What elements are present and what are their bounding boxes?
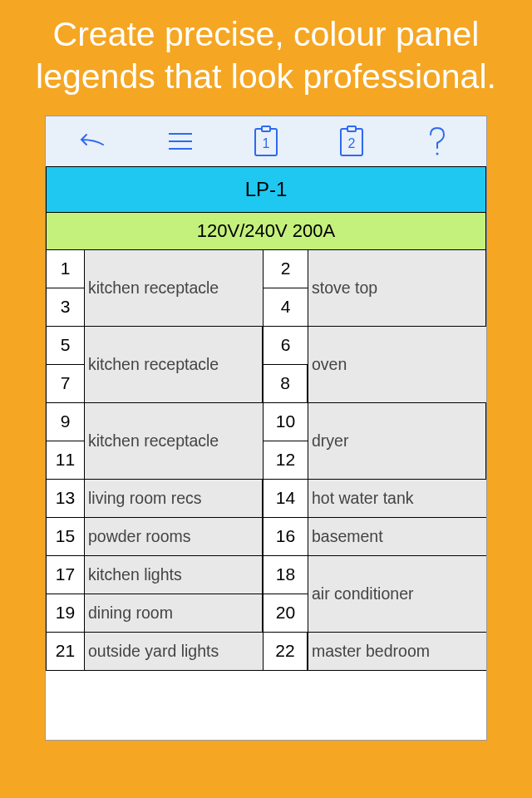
help-button[interactable]	[412, 121, 462, 161]
template-1-button[interactable]: 1	[241, 121, 291, 161]
circuit-number[interactable]: 13	[46, 480, 84, 518]
circuit-label[interactable]: dining room	[84, 594, 263, 633]
app-frame: 1 2 LP-1 120V/240V 200A 1kitchen recepta…	[45, 116, 487, 741]
circuit-label[interactable]: master bedroom	[308, 633, 486, 671]
circuit-number[interactable]: 20	[263, 594, 308, 633]
back-icon	[80, 130, 110, 153]
clipboard-2-icon: 2	[339, 126, 364, 157]
circuit-number[interactable]: 15	[46, 518, 84, 556]
circuit-label[interactable]: kitchen receptacle	[84, 327, 263, 403]
svg-rect-7	[347, 126, 356, 131]
panel-title[interactable]: LP-1	[46, 166, 486, 213]
help-icon	[427, 126, 447, 156]
circuit-number[interactable]: 5	[46, 327, 84, 365]
circuit-label[interactable]: kitchen receptacle	[84, 250, 263, 327]
circuit-number[interactable]: 12	[263, 441, 308, 480]
circuit-number[interactable]: 14	[263, 480, 308, 518]
panel-spec[interactable]: 120V/240V 200A	[46, 213, 486, 250]
circuit-number[interactable]: 10	[263, 403, 308, 441]
circuit-label[interactable]: powder rooms	[84, 518, 263, 556]
circuit-label[interactable]: living room recs	[84, 480, 263, 518]
menu-icon	[167, 131, 194, 152]
svg-rect-4	[262, 126, 270, 131]
circuit-number[interactable]: 21	[46, 633, 84, 671]
svg-point-9	[436, 152, 438, 155]
back-button[interactable]	[70, 121, 120, 161]
circuit-number[interactable]: 7	[46, 365, 84, 403]
circuit-number[interactable]: 4	[263, 288, 308, 327]
circuit-number[interactable]: 6	[263, 327, 308, 365]
circuit-label[interactable]: oven	[308, 327, 486, 403]
circuit-number[interactable]: 3	[46, 288, 84, 327]
template-2-button[interactable]: 2	[327, 121, 377, 161]
menu-button[interactable]	[155, 121, 205, 161]
circuit-label[interactable]: hot water tank	[308, 480, 486, 518]
circuit-number[interactable]: 2	[263, 250, 308, 288]
circuit-label[interactable]: dryer	[308, 403, 486, 480]
circuit-number[interactable]: 1	[46, 250, 84, 288]
circuit-number[interactable]: 19	[46, 594, 84, 633]
circuit-label[interactable]: stove top	[308, 250, 486, 327]
circuit-number[interactable]: 22	[263, 633, 308, 671]
hero-text: Create precise, colour panel legends tha…	[0, 0, 532, 116]
circuit-label[interactable]: kitchen lights	[84, 556, 263, 594]
circuit-number[interactable]: 8	[263, 365, 308, 403]
circuit-number[interactable]: 16	[263, 518, 308, 556]
circuit-number[interactable]: 17	[46, 556, 84, 594]
circuit-label[interactable]: kitchen receptacle	[84, 403, 263, 480]
circuit-number[interactable]: 9	[46, 403, 84, 441]
circuit-number[interactable]: 18	[263, 556, 308, 594]
svg-text:2: 2	[347, 136, 355, 150]
circuit-number[interactable]: 11	[46, 441, 84, 480]
circuit-label[interactable]: basement	[308, 518, 486, 556]
svg-text:1: 1	[263, 136, 270, 150]
circuit-label[interactable]: outside yard lights	[84, 633, 263, 671]
circuit-label[interactable]: air conditioner	[308, 556, 486, 633]
toolbar: 1 2	[46, 116, 486, 166]
clipboard-1-icon: 1	[254, 126, 278, 157]
circuit-grid: 1kitchen receptacle2stove top345kitchen …	[46, 250, 486, 671]
